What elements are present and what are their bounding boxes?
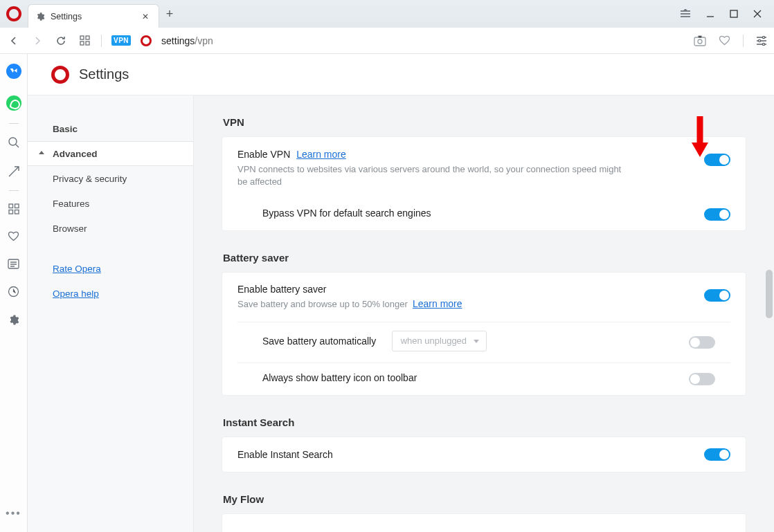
activity-bar: ••• <box>0 54 28 532</box>
row-enable-instant: Enable Instant Search <box>222 437 746 472</box>
toggle-save-auto[interactable] <box>689 336 715 349</box>
settings-page: Settings Basic Advanced Privacy & securi… <box>28 54 774 532</box>
news-icon[interactable] <box>8 259 19 269</box>
opera-icon <box>6 6 21 21</box>
flow-card <box>222 513 746 532</box>
sidebar-item-basic[interactable]: Basic <box>28 116 193 141</box>
svg-rect-14 <box>15 210 19 214</box>
svg-rect-4 <box>86 42 89 45</box>
section-heading-battery: Battery saver <box>223 252 746 264</box>
tab-close-button[interactable]: ✕ <box>139 12 152 21</box>
speed-dial-icon[interactable] <box>8 203 19 214</box>
messenger-icon[interactable] <box>6 64 21 79</box>
row-bypass-vpn: Bypass VPN for default search engines <box>222 199 746 230</box>
row-title: Enable battery saver <box>237 284 730 295</box>
row-title: Enable Instant Search <box>237 449 333 460</box>
scrollbar-thumb[interactable] <box>766 270 773 318</box>
sidebar-item-browser[interactable]: Browser <box>28 216 193 241</box>
row-title: Always show battery icon on toolbar <box>262 372 417 383</box>
svg-rect-2 <box>86 36 89 39</box>
settings-icon[interactable] <box>8 314 19 326</box>
sidebar-item-features[interactable]: Features <box>28 191 193 216</box>
toggle-battery-icon[interactable] <box>689 373 715 385</box>
section-heading-vpn: VPN <box>223 116 746 128</box>
svg-rect-3 <box>80 42 84 45</box>
vpn-badge[interactable]: VPN <box>111 35 131 46</box>
url-text[interactable]: settings/vpn <box>161 35 213 46</box>
opera-menu-button[interactable] <box>0 0 28 28</box>
whatsapp-icon[interactable] <box>6 95 21 111</box>
bookmarks-icon[interactable] <box>8 231 19 242</box>
instant-card: Enable Instant Search <box>222 437 746 473</box>
section-heading-instant: Instant Search <box>223 416 746 428</box>
row-save-auto: Save battery automatically when unplugge… <box>237 322 730 363</box>
svg-rect-5 <box>694 37 705 46</box>
toggle-enable-battery[interactable] <box>704 289 730 302</box>
reload-button[interactable] <box>54 34 68 48</box>
search-icon[interactable] <box>8 136 20 149</box>
svg-rect-12 <box>15 204 19 208</box>
row-title: Bypass VPN for default search engines <box>262 208 431 219</box>
history-icon[interactable] <box>8 286 19 297</box>
svg-rect-1 <box>80 36 84 39</box>
page-title: Settings <box>79 66 129 82</box>
back-button[interactable] <box>7 34 21 48</box>
svg-point-7 <box>762 36 764 38</box>
new-tab-button[interactable]: + <box>159 0 180 28</box>
divider <box>743 35 744 47</box>
svg-rect-11 <box>9 204 13 208</box>
row-subtitle: VPN connects to websites via various ser… <box>237 163 625 187</box>
opera-icon <box>141 35 152 46</box>
speed-dial-button[interactable] <box>78 34 91 48</box>
close-button[interactable] <box>753 10 762 18</box>
vpn-card: Enable VPN Learn more VPN connects to we… <box>222 136 746 231</box>
select-battery-when[interactable]: when unplugged <box>392 331 487 351</box>
section-heading-flow: My Flow <box>223 493 746 505</box>
easy-setup-button[interactable] <box>756 36 767 46</box>
divider <box>101 35 102 47</box>
svg-point-9 <box>762 43 764 45</box>
tab-settings[interactable]: Settings ✕ <box>28 4 159 28</box>
snapshot-button[interactable] <box>694 35 706 46</box>
titlebar: Settings ✕ + <box>0 0 774 28</box>
svg-point-8 <box>758 39 760 42</box>
bookmark-button[interactable] <box>719 35 730 46</box>
svg-point-10 <box>9 138 17 145</box>
toggle-bypass-vpn[interactable] <box>704 208 730 221</box>
svg-point-6 <box>698 39 702 44</box>
separator <box>9 190 19 191</box>
row-battery-icon: Always show battery icon on toolbar <box>237 363 730 395</box>
toggle-enable-vpn[interactable] <box>704 154 730 166</box>
maximize-button[interactable] <box>730 10 738 18</box>
opera-icon <box>51 66 69 84</box>
battery-card: Enable battery saver Save battery and br… <box>222 272 746 396</box>
settings-content: VPN Enable VPN Learn more VPN connects t… <box>194 95 774 532</box>
window-controls <box>680 0 774 28</box>
forward-button[interactable] <box>30 34 44 48</box>
page-header: Settings <box>28 54 774 95</box>
quick-menu-icon[interactable] <box>680 9 691 19</box>
row-title: Enable VPN <box>237 149 290 160</box>
settings-sidebar: Basic Advanced Privacy & security Featur… <box>28 95 194 532</box>
sidebar-item-advanced[interactable]: Advanced <box>28 141 193 166</box>
svg-rect-13 <box>9 210 13 214</box>
flow-icon[interactable] <box>8 165 20 178</box>
minimize-button[interactable] <box>706 10 714 18</box>
rate-opera-link[interactable]: Rate Opera <box>53 264 101 274</box>
learn-more-link[interactable]: Learn more <box>413 298 462 309</box>
sidebar-item-privacy[interactable]: Privacy & security <box>28 166 193 191</box>
row-subtitle: Save battery and browse up to 50% longer… <box>237 297 625 311</box>
opera-help-link[interactable]: Opera help <box>53 288 99 299</box>
more-button[interactable]: ••• <box>6 507 21 520</box>
row-enable-vpn: Enable VPN Learn more VPN connects to we… <box>222 137 746 199</box>
row-title: Save battery automatically <box>262 335 376 346</box>
toggle-enable-instant[interactable] <box>704 448 730 461</box>
gear-icon <box>35 12 45 21</box>
row-enable-battery: Enable battery saver Save battery and br… <box>222 273 746 322</box>
tab-title: Settings <box>51 12 82 21</box>
address-bar: VPN settings/vpn <box>0 28 774 54</box>
chevron-up-icon <box>39 151 44 154</box>
svg-rect-0 <box>730 10 737 17</box>
learn-more-link[interactable]: Learn more <box>296 149 346 160</box>
separator <box>9 123 19 124</box>
